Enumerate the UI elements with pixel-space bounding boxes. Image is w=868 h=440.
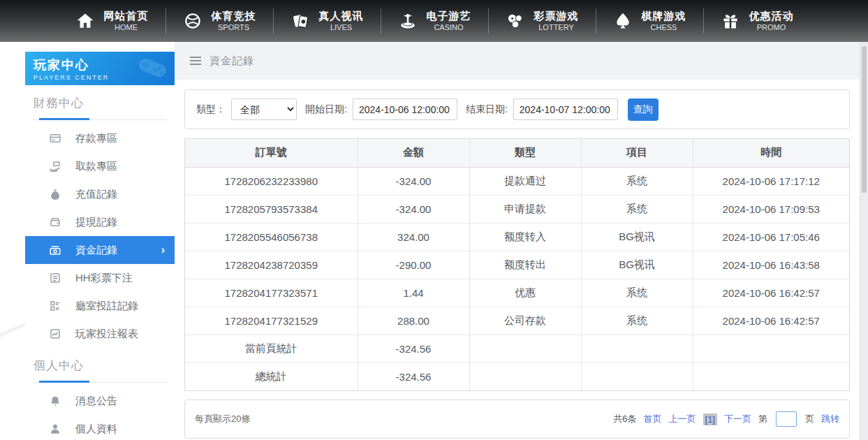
- nav-label-en: CHESS: [651, 23, 677, 33]
- sidebar-item-label: HH彩票下注: [75, 272, 133, 285]
- sidebar-item-withdraw-zone[interactable]: 取款專區: [25, 152, 175, 180]
- nav-item-lives[interactable]: 真人视讯LIVES: [273, 0, 381, 42]
- search-button[interactable]: 查詢: [628, 98, 659, 121]
- page-jump-input[interactable]: [776, 411, 797, 427]
- nav-label-en: HOME: [115, 23, 138, 33]
- start-date-label: 開始日期:: [305, 103, 347, 116]
- nav-item-promo[interactable]: 优惠活动PROMO: [703, 0, 811, 42]
- type-label: 類型：: [196, 103, 226, 116]
- jump-prefix: 第: [758, 413, 767, 425]
- end-date-input[interactable]: [513, 98, 618, 120]
- jump-link[interactable]: 跳转: [821, 413, 839, 425]
- bell-icon: [49, 395, 61, 407]
- first-page-link[interactable]: 首页: [644, 413, 662, 425]
- cell-type: 提款通过: [469, 167, 581, 195]
- nav-label-zh: 体育竞技: [212, 10, 256, 23]
- table-row: 1728204177321529 288.00 公司存款 系统 2024-10-…: [185, 307, 849, 335]
- nav-label-en: PROMO: [757, 23, 786, 33]
- jump-suffix: 页: [805, 413, 814, 425]
- finance-items: 存款專區 取款專區 充值記錄 提現記錄 資金記錄 ›: [25, 124, 175, 348]
- scrollbar[interactable]: [860, 42, 868, 440]
- cell-type: 额度转出: [469, 251, 581, 279]
- personal-items: 消息公告 個人資料: [25, 387, 175, 440]
- cell-item: BG视讯: [581, 223, 693, 251]
- person-icon: [49, 423, 61, 435]
- cell-order: 1728204177323571: [185, 279, 358, 307]
- next-page-link[interactable]: 下一页: [724, 413, 751, 425]
- sidebar-item-label: 消息公告: [75, 395, 117, 408]
- sidebar-item-label: 充值記錄: [75, 188, 117, 201]
- cell-item: 系统: [581, 307, 693, 335]
- cell-type: 优惠: [469, 279, 581, 307]
- summary-amount: -324.56: [358, 362, 469, 390]
- sidebar-item-player-bet-report[interactable]: 玩家投注報表: [25, 320, 175, 348]
- cell-order: 1728204238720359: [185, 251, 358, 279]
- cell-amount: 288.00: [358, 307, 469, 335]
- cell-time: 2024-10-06 16:42:57: [693, 279, 849, 307]
- cell-type: 额度转入: [469, 223, 581, 251]
- cell-time: 2024-10-06 16:43:58: [693, 251, 849, 279]
- sidebar-item-withdraw-record[interactable]: 提現記錄: [25, 208, 175, 236]
- section-title: 個人中心: [34, 358, 166, 374]
- cell-time: 2024-10-06 17:17:12: [693, 167, 849, 195]
- table-row: 1728205546056738 324.00 额度转入 BG视讯 2024-1…: [185, 223, 849, 251]
- home-icon: [75, 10, 96, 31]
- sidebar-item-funds-record[interactable]: 資金記錄 ›: [25, 236, 175, 264]
- sidebar-item-label: 存款專區: [75, 132, 117, 145]
- sidebar-item-room-bet-record[interactable]: 廳室投註記錄: [25, 292, 175, 320]
- cell-amount: 1.44: [358, 279, 469, 307]
- nav-label-en: CASINO: [434, 23, 463, 33]
- cell-order: 1728205546056738: [185, 223, 358, 251]
- col-time: 時間: [693, 139, 849, 167]
- col-order: 訂單號: [185, 139, 358, 167]
- sidebar-item-profile[interactable]: 個人資料: [25, 415, 175, 440]
- sidebar-item-announcements[interactable]: 消息公告: [25, 387, 175, 415]
- nav-label-zh: 棋牌游戏: [642, 10, 686, 23]
- sidebar-item-hh-lottery-bets[interactable]: HH彩票下注: [25, 264, 175, 292]
- nav-item-chess[interactable]: 棋牌游戏CHESS: [596, 0, 703, 42]
- funds-table: 訂單號 金額 類型 項目 時間 1728206232233980 -324.00…: [184, 138, 850, 391]
- promo-icon: [720, 10, 741, 31]
- summary-label: 總統計: [185, 362, 358, 390]
- nav-item-lottery[interactable]: 彩票游戏LOTTERY: [488, 0, 596, 42]
- section-personal-head: 個人中心: [25, 348, 175, 383]
- cell-item: 系统: [581, 195, 693, 223]
- sports-icon: [182, 10, 203, 31]
- sidebar-item-recharge-record[interactable]: 充值記錄: [25, 180, 175, 208]
- start-date-input[interactable]: [353, 98, 457, 120]
- nav-label-zh: 电子游艺: [427, 10, 471, 23]
- summary-row-total: 總統計 -324.56: [185, 362, 849, 390]
- prev-page-link[interactable]: 上一页: [669, 413, 696, 425]
- sidebar-item-label: 提現記錄: [75, 216, 117, 229]
- table-header-row: 訂單號 金額 類型 項目 時間: [185, 139, 849, 167]
- col-item: 項目: [581, 139, 693, 167]
- nav-item-sports[interactable]: 体育竞技SPORTS: [165, 0, 273, 42]
- moneybag-icon: [49, 188, 61, 200]
- nav-label-en: SPORTS: [218, 23, 249, 33]
- filter-panel: 類型： 全部 開始日期: 结束日期: 查詢: [184, 89, 850, 129]
- nav-label-zh: 彩票游戏: [534, 10, 579, 23]
- cell-amount: -324.00: [358, 167, 469, 195]
- sidebar-item-label: 玩家投注報表: [75, 328, 138, 341]
- grid-list-icon: [49, 300, 61, 312]
- sidebar-item-label: 廳室投註記錄: [75, 300, 138, 313]
- nav-item-casino[interactable]: 电子游艺CASINO: [381, 0, 488, 42]
- page-title: 資金記錄: [209, 54, 254, 68]
- sidebar-item-label: 取款專區: [75, 160, 117, 173]
- type-select[interactable]: 全部: [231, 98, 297, 120]
- section-title: 財務中心: [34, 95, 166, 111]
- lives-icon: [290, 10, 311, 31]
- nav-item-home[interactable]: 网站首页HOME: [58, 0, 165, 42]
- table-row: 1728206232233980 -324.00 提款通过 系统 2024-10…: [185, 167, 849, 195]
- cell-amount: 324.00: [358, 223, 469, 251]
- chevron-right-icon: ›: [161, 244, 165, 256]
- table-row: 1728205793573384 -324.00 申请提款 系统 2024-10…: [185, 195, 849, 223]
- lottery-icon: [505, 10, 526, 31]
- top-nav: 网站首页HOME 体育竞技SPORTS 真人视讯LIVES 电子游艺CASINO: [0, 0, 868, 42]
- scrollbar-thumb[interactable]: [862, 46, 867, 193]
- wallet-icon: [49, 216, 61, 228]
- cell-item: BG视讯: [581, 251, 693, 279]
- sidebar-item-deposit-zone[interactable]: 存款專區: [25, 124, 175, 152]
- current-page: [1]: [703, 413, 717, 425]
- casino-icon: [397, 10, 418, 31]
